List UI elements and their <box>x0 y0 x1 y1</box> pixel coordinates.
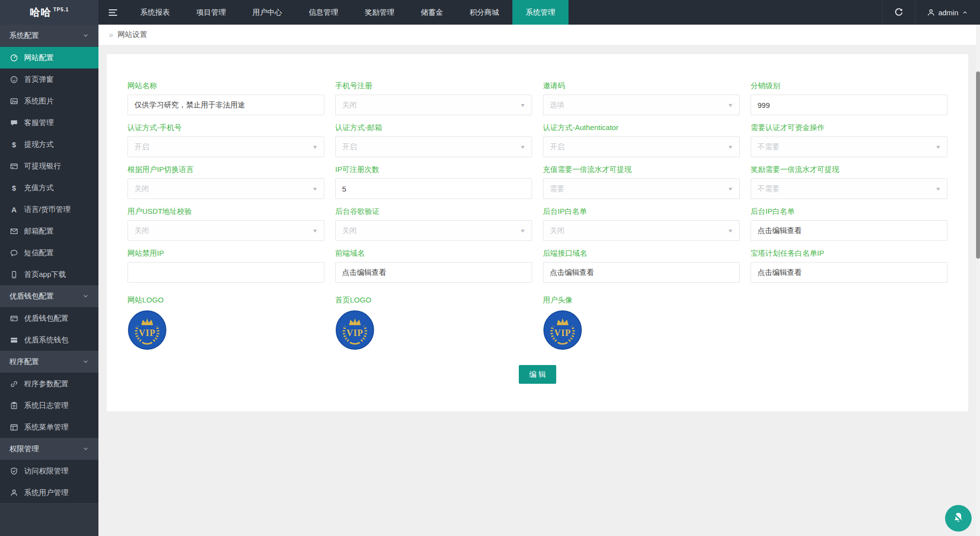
sidebar-item-app-download[interactable]: 首页app下载 <box>0 264 98 285</box>
sidebar-item-wallet-config[interactable]: 优盾钱包配置 <box>0 307 98 329</box>
sidebar-item-system-users[interactable]: 系统用户管理 <box>0 482 98 503</box>
select-value: 开启 <box>134 142 149 152</box>
sidebar-item-email-config[interactable]: 邮箱配置 <box>0 220 98 242</box>
select-value: 关闭 <box>550 226 565 235</box>
dropdown-caret-icon: ▼ <box>727 144 733 150</box>
sidebar-item-label: 网站配置 <box>24 53 54 63</box>
navbar-right: admin <box>882 0 980 25</box>
select-value: 不需要 <box>758 184 780 194</box>
sidebar-item-withdraw-banks[interactable]: 可提现银行 <box>0 155 98 177</box>
distribution-level-input[interactable] <box>751 95 948 115</box>
sidebar-item-system-logs[interactable]: 系统日志管理 <box>0 395 98 416</box>
sidebar-item-home-popup[interactable]: 首页弹窗 <box>0 68 98 90</box>
sidebar-item-label: 语言/货币管理 <box>24 205 70 214</box>
sidebar-item-site-config[interactable]: 网站配置 <box>0 47 98 68</box>
notification-toggle-button[interactable] <box>945 505 972 532</box>
auth-phone-select[interactable]: 开启 ▼ <box>127 136 324 157</box>
reward-turnover-select[interactable]: 不需要 ▼ <box>751 178 948 199</box>
settings-card: 网站名称 手机号注册 关闭 ▼ 邀请码 选填 ▼ 分销级别 认证方式-手机号 开… <box>107 54 968 411</box>
phone-register-select[interactable]: 关闭 ▼ <box>335 95 532 115</box>
page-title: 网站设置 <box>118 30 147 39</box>
site-banned-ip-input[interactable] <box>127 262 324 283</box>
ip-language-switch-select[interactable]: 关闭 ▼ <box>127 178 324 199</box>
field-label: 网站LOGO <box>127 296 324 305</box>
auth-authenticator-select[interactable]: 开启 ▼ <box>543 136 740 157</box>
field-label: 后台IP白名单 <box>543 207 740 216</box>
edit-button[interactable]: 编 辑 <box>519 365 556 384</box>
select-value: 开启 <box>342 142 357 152</box>
refresh-button[interactable] <box>882 0 915 25</box>
invite-code-select[interactable]: 选填 ▼ <box>543 95 740 115</box>
form-field: 分销级别 <box>751 81 948 115</box>
form-field: 后台IP白名单 <box>751 207 948 241</box>
sidebar: 系统配置 网站配置 首页弹窗 系统图片 客服管理 $ 提现方式 可提现银行 $ … <box>0 25 98 536</box>
chevron-down-icon <box>82 358 89 365</box>
sidebar-item-program-params[interactable]: 程序参数配置 <box>0 373 98 395</box>
field-label: 后台IP白名单 <box>751 207 948 216</box>
field-label: 用户USDT地址校验 <box>127 207 324 216</box>
form-field: 网站禁用IP <box>127 249 324 283</box>
nav-tab-information[interactable]: 信息管理 <box>295 0 351 25</box>
person-icon <box>9 489 19 497</box>
dropdown-caret-icon: ▼ <box>935 186 941 192</box>
sidebar-item-customer-service[interactable]: 客服管理 <box>0 112 98 134</box>
field-label: 认证方式-邮箱 <box>335 123 532 133</box>
sidebar-group-system-config[interactable]: 系统配置 <box>0 25 98 47</box>
user-menu-button[interactable]: admin <box>915 0 980 25</box>
form-field: 用户头像 VIP <box>543 296 740 350</box>
nav-tab-system-reports[interactable]: 系统报表 <box>127 0 183 25</box>
home-logo-image[interactable]: VIP <box>335 310 532 350</box>
nav-tab-user-center[interactable]: 用户中心 <box>239 0 295 25</box>
sidebar-group-label: 权限管理 <box>9 444 39 454</box>
sidebar-item-withdraw-methods[interactable]: $ 提现方式 <box>0 134 98 155</box>
nav-tab-points-mall[interactable]: 积分商城 <box>456 0 512 25</box>
sidebar-item-wallet-system[interactable]: 优盾系统钱包 <box>0 329 98 351</box>
dropdown-caret-icon: ▼ <box>727 102 733 108</box>
bt-task-whitelist-input[interactable] <box>751 262 948 283</box>
require-auth-for-funds-select[interactable]: 不需要 ▼ <box>751 136 948 157</box>
user-avatar-image[interactable]: VIP <box>543 310 740 350</box>
sidebar-toggle-button[interactable] <box>98 0 127 25</box>
nav-tab-system-admin[interactable]: 系统管理 <box>512 0 569 25</box>
bank-card-icon <box>9 314 19 323</box>
chevron-down-icon <box>82 445 89 452</box>
field-label: 后端接口域名 <box>543 249 740 258</box>
sidebar-item-label: 提现方式 <box>24 140 54 149</box>
frontend-domain-input[interactable] <box>335 262 532 283</box>
admin-ip-whitelist-select[interactable]: 关闭 ▼ <box>543 220 740 241</box>
backend-api-domain-input[interactable] <box>543 262 740 283</box>
dropdown-caret-icon: ▼ <box>312 186 318 192</box>
dollar-icon: $ <box>9 140 19 149</box>
field-label: 首页LOGO <box>335 296 532 305</box>
sidebar-item-system-menus[interactable]: 系统菜单管理 <box>0 416 98 438</box>
admin-google-verify-select[interactable]: 关闭 ▼ <box>335 220 532 241</box>
select-value: 需要 <box>550 184 565 194</box>
page-scrollbar-thumb[interactable] <box>976 71 980 259</box>
sidebar-item-label: 邮箱配置 <box>24 227 54 236</box>
nav-tab-projects[interactable]: 项目管理 <box>183 0 239 25</box>
sidebar-group-wallet-config[interactable]: 优盾钱包配置 <box>0 285 98 307</box>
auth-email-select[interactable]: 开启 ▼ <box>335 136 532 157</box>
sidebar-group-label: 程序配置 <box>9 357 39 367</box>
form-field: 前端域名 <box>335 249 532 283</box>
sidebar-item-sms-config[interactable]: 短信配置 <box>0 242 98 264</box>
nav-tab-rewards[interactable]: 奖励管理 <box>351 0 408 25</box>
admin-ip-whitelist-input[interactable] <box>751 220 948 241</box>
recharge-turnover-select[interactable]: 需要 ▼ <box>543 178 740 199</box>
app-logo-version: TP5.1 <box>53 7 69 12</box>
sidebar-item-language-currency[interactable]: A 语言/货币管理 <box>0 199 98 220</box>
sidebar-item-recharge-methods[interactable]: $ 充值方式 <box>0 177 98 199</box>
site-logo-image[interactable]: VIP <box>127 310 324 350</box>
sidebar-group-program-config[interactable]: 程序配置 <box>0 351 98 373</box>
sidebar-item-access-permissions[interactable]: 访问权限管理 <box>0 460 98 482</box>
sidebar-item-system-images[interactable]: 系统图片 <box>0 90 98 112</box>
vip-badge-text: VIP <box>139 328 156 338</box>
sidebar-group-permissions[interactable]: 权限管理 <box>0 438 98 460</box>
ip-register-limit-input[interactable] <box>335 178 532 199</box>
breadcrumb-arrow-icon: » <box>109 31 113 39</box>
site-name-input[interactable] <box>127 95 324 115</box>
usdt-address-check-select[interactable]: 关闭 ▼ <box>127 220 324 241</box>
nav-tab-savings[interactable]: 储蓄金 <box>408 0 456 25</box>
refresh-icon <box>894 8 903 17</box>
sidebar-item-label: 首页app下载 <box>24 270 66 279</box>
